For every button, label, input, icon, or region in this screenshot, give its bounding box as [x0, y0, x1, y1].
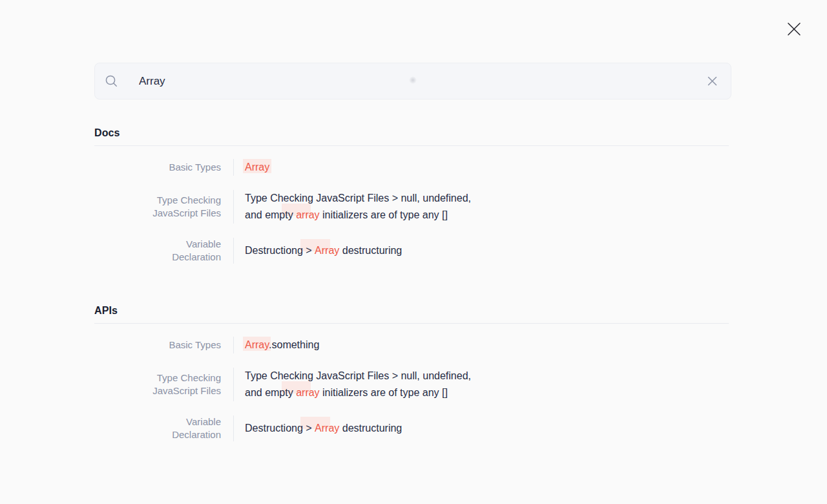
result-row-content: Type Checking JavaScript Files > null, u… — [233, 368, 729, 401]
result-row-content: Array.something — [233, 337, 729, 353]
result-row-label: Type Checking JavaScript Files — [94, 190, 221, 224]
result-row[interactable]: Variable DeclarationDestructiong > Array… — [94, 411, 729, 446]
result-row[interactable]: Type Checking JavaScript FilesType Check… — [94, 363, 729, 406]
search-match-highlight: Array — [315, 423, 339, 434]
result-row-label-text: Basic Types — [169, 339, 221, 352]
result-text-block: Array — [245, 159, 269, 176]
search-match-highlight: array — [296, 209, 319, 220]
result-row[interactable]: Basic TypesArray — [94, 154, 729, 180]
result-text: destructuring — [339, 245, 402, 256]
result-row-label: Basic Types — [94, 159, 221, 176]
result-row-label: Variable Declaration — [94, 415, 221, 441]
section-divider — [94, 145, 729, 146]
result-row-label: Type Checking JavaScript Files — [94, 368, 221, 401]
result-row-label: Variable Declaration — [94, 238, 221, 264]
close-button[interactable] — [783, 18, 805, 40]
result-text: Destructiong > — [245, 423, 315, 434]
result-text-block: Type Checking JavaScript Files > null, u… — [245, 368, 487, 401]
search-match-highlight: array — [296, 387, 319, 398]
section-rows: Basic TypesArrayType Checking JavaScript… — [94, 154, 729, 268]
search-match-highlight: Array — [315, 245, 339, 256]
result-text: destructuring — [339, 423, 402, 434]
result-row-label-text: Variable Declaration — [145, 415, 221, 441]
result-row-content: Destructiong > Array destructuring — [233, 415, 729, 441]
result-row-label-text: Type Checking JavaScript Files — [145, 194, 221, 220]
result-row-content: Type Checking JavaScript Files > null, u… — [233, 190, 729, 224]
result-row-content: Destructiong > Array destructuring — [233, 238, 729, 264]
section-divider — [94, 323, 729, 324]
result-row[interactable]: Variable DeclarationDestructiong > Array… — [94, 233, 729, 268]
search-bar — [94, 63, 731, 100]
result-text-block: Destructiong > Array destructuring — [245, 242, 402, 259]
result-text: initializers are of type any [] — [320, 209, 448, 220]
section-title: Docs — [94, 127, 729, 140]
result-section: DocsBasic TypesArrayType Checking JavaSc… — [94, 127, 729, 268]
clear-search-icon — [707, 76, 718, 87]
clear-search-button[interactable] — [704, 73, 720, 90]
result-row-label-text: Variable Declaration — [145, 238, 221, 264]
result-text: Destructiong > — [245, 245, 315, 256]
result-text: .something — [269, 339, 319, 350]
search-input[interactable] — [139, 75, 704, 88]
section-title: APIs — [94, 304, 729, 317]
section-rows: Basic TypesArray.somethingType Checking … — [94, 332, 729, 446]
result-row-label-text: Type Checking JavaScript Files — [145, 372, 221, 397]
search-match-highlight: Array — [245, 162, 269, 173]
result-row-label: Basic Types — [94, 337, 221, 353]
result-row[interactable]: Basic TypesArray.something — [94, 332, 729, 358]
search-match-highlight: Array — [245, 339, 269, 350]
result-row[interactable]: Type Checking JavaScript FilesType Check… — [94, 185, 729, 228]
result-section: APIsBasic TypesArray.somethingType Check… — [94, 304, 729, 446]
result-row-content: Array — [233, 159, 729, 176]
result-row-label-text: Basic Types — [169, 161, 221, 174]
results: DocsBasic TypesArrayType Checking JavaSc… — [94, 127, 729, 482]
result-text-block: Destructiong > Array destructuring — [245, 420, 402, 437]
result-text-block: Array.something — [245, 337, 319, 353]
result-text: initializers are of type any [] — [320, 387, 448, 398]
close-icon — [784, 19, 804, 39]
result-text-block: Type Checking JavaScript Files > null, u… — [245, 190, 487, 224]
search-icon — [105, 74, 118, 88]
